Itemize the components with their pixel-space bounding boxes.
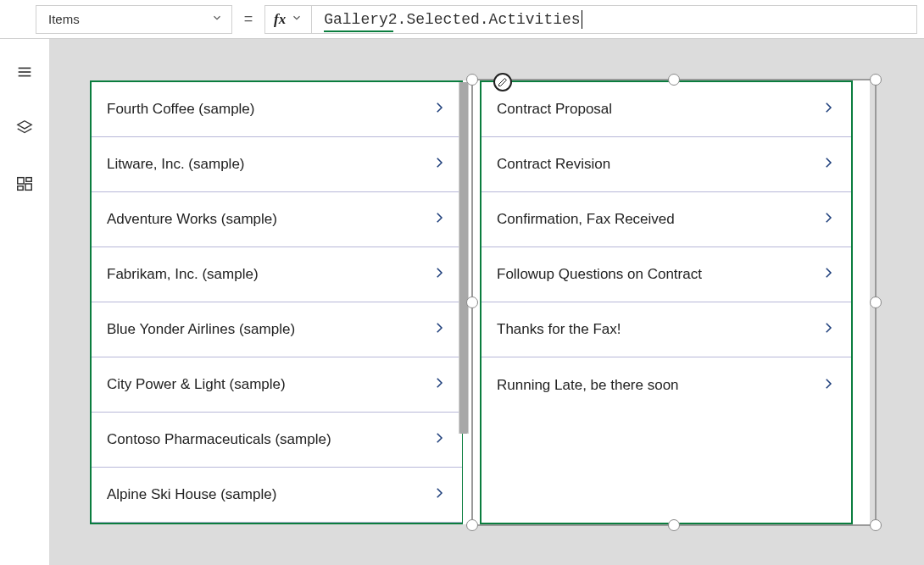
- list-item[interactable]: Fourth Coffee (sample): [92, 82, 462, 137]
- gallery-activities[interactable]: Contract ProposalContract RevisionConfir…: [480, 80, 853, 524]
- list-item-label: Fourth Coffee (sample): [107, 101, 254, 118]
- chevron-right-icon[interactable]: [431, 210, 447, 229]
- list-item-label: Litware, Inc. (sample): [107, 156, 245, 173]
- list-item[interactable]: Followup Questions on Contract: [481, 247, 851, 302]
- chevron-right-icon[interactable]: [431, 430, 447, 449]
- list-item[interactable]: Alpine Ski House (sample): [92, 468, 462, 523]
- list-item[interactable]: Running Late, be there soon: [481, 357, 851, 413]
- chevron-right-icon[interactable]: [431, 320, 447, 339]
- edit-pencil-icon[interactable]: [493, 73, 512, 91]
- list-item[interactable]: Fabrikam, Inc. (sample): [92, 247, 462, 302]
- insert-icon[interactable]: [15, 119, 34, 141]
- chevron-right-icon[interactable]: [821, 210, 836, 229]
- list-item-label: Contoso Pharmaceuticals (sample): [107, 431, 331, 448]
- gallery-accounts[interactable]: Fourth Coffee (sample)Litware, Inc. (sam…: [90, 80, 463, 524]
- property-label: Items: [48, 12, 80, 26]
- chevron-right-icon[interactable]: [431, 265, 447, 284]
- list-item[interactable]: Blue Yonder Airlines (sample): [92, 302, 462, 357]
- resize-handle[interactable]: [870, 519, 882, 531]
- list-item-label: Adventure Works (sample): [107, 211, 277, 228]
- svg-rect-7: [25, 184, 31, 190]
- list-item[interactable]: Contract Proposal: [481, 82, 851, 137]
- chevron-right-icon[interactable]: [431, 485, 447, 504]
- canvas[interactable]: Fourth Coffee (sample)Litware, Inc. (sam…: [49, 39, 924, 565]
- list-item[interactable]: City Power & Light (sample): [92, 357, 462, 413]
- list-item[interactable]: Confirmation, Fax Received: [481, 192, 851, 247]
- svg-rect-6: [18, 186, 23, 191]
- formula-input[interactable]: Gallery2.Selected.Activities: [311, 5, 917, 34]
- list-item[interactable]: Contract Revision: [481, 137, 851, 192]
- list-item-label: Confirmation, Fax Received: [497, 211, 675, 228]
- formula-bar: Items = fx Gallery2.Selected.Activities: [0, 0, 924, 39]
- list-item-label: Contract Revision: [497, 156, 610, 173]
- property-dropdown[interactable]: Items: [36, 5, 232, 34]
- list-item-label: Thanks for the Fax!: [497, 321, 621, 338]
- list-item[interactable]: Contoso Pharmaceuticals (sample): [92, 413, 462, 468]
- resize-handle[interactable]: [870, 74, 882, 86]
- list-item[interactable]: Thanks for the Fax!: [481, 302, 851, 357]
- main: Fourth Coffee (sample)Litware, Inc. (sam…: [0, 39, 924, 565]
- list-item-label: Blue Yonder Airlines (sample): [107, 321, 295, 338]
- list-item-label: City Power & Light (sample): [107, 376, 286, 393]
- chevron-right-icon[interactable]: [431, 375, 447, 394]
- list-item[interactable]: Litware, Inc. (sample): [92, 137, 462, 192]
- tree-view-icon[interactable]: [15, 63, 34, 85]
- chevron-right-icon[interactable]: [821, 376, 836, 395]
- chevron-right-icon[interactable]: [821, 320, 836, 339]
- equals-label: =: [232, 10, 264, 28]
- chevron-right-icon[interactable]: [821, 155, 836, 174]
- formula-token-gallery: Gallery2: [324, 11, 397, 28]
- list-item-label: Followup Questions on Contract: [497, 266, 702, 283]
- list-item-label: Contract Proposal: [497, 101, 612, 118]
- fx-label: fx: [274, 11, 286, 28]
- fx-button[interactable]: fx: [264, 5, 311, 34]
- resize-handle[interactable]: [870, 296, 882, 308]
- scrollbar-thumb[interactable]: [459, 82, 468, 434]
- svg-rect-5: [26, 178, 31, 182]
- formula-token-rest: .Selected.Activities: [398, 11, 581, 28]
- svg-marker-3: [18, 121, 32, 129]
- chevron-right-icon[interactable]: [431, 155, 447, 174]
- chevron-right-icon[interactable]: [821, 100, 836, 119]
- chevron-down-icon: [211, 12, 223, 26]
- list-item[interactable]: Adventure Works (sample): [92, 192, 462, 247]
- chevron-down-icon: [291, 12, 303, 27]
- list-item-label: Running Late, be there soon: [497, 377, 679, 394]
- chevron-right-icon[interactable]: [821, 265, 836, 284]
- svg-rect-4: [18, 178, 24, 184]
- list-item-label: Fabrikam, Inc. (sample): [107, 266, 259, 283]
- chevron-right-icon[interactable]: [431, 100, 447, 119]
- text-caret: [582, 10, 582, 29]
- canvas-app: Fourth Coffee (sample)Litware, Inc. (sam…: [90, 80, 870, 524]
- list-item-label: Alpine Ski House (sample): [107, 486, 276, 503]
- data-icon[interactable]: [15, 174, 34, 197]
- left-rail: [0, 39, 49, 565]
- scrollbar[interactable]: [459, 82, 469, 434]
